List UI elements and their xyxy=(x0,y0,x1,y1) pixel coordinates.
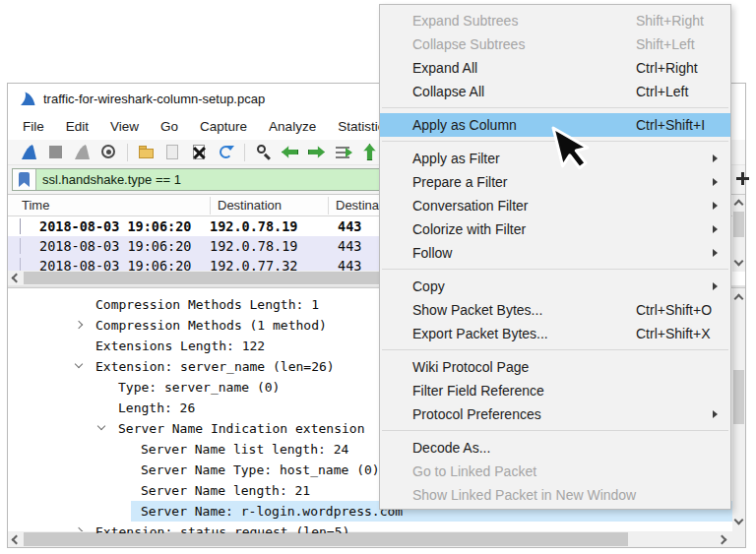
detail-vscrollbar[interactable] xyxy=(732,288,745,533)
menu-file[interactable]: File xyxy=(12,113,55,140)
scroll-left-icon[interactable] xyxy=(12,274,22,283)
scroll-up-icon[interactable] xyxy=(734,294,744,304)
capture-options-icon[interactable] xyxy=(99,143,118,161)
column-header-time[interactable]: Time xyxy=(22,195,49,216)
restart-capture-icon[interactable] xyxy=(73,143,92,161)
toolbar-separator xyxy=(244,144,245,161)
go-forward-icon[interactable] xyxy=(307,143,326,161)
reload-file-icon[interactable] xyxy=(217,143,235,161)
menu-item-copy[interactable]: Copy xyxy=(380,275,730,298)
screen: traffic-for-wireshark-column-setup.pcap … xyxy=(0,0,756,554)
menu-item-wiki-protocol-page[interactable]: Wiki Protocol Page xyxy=(380,355,730,379)
menu-item-expand-all[interactable]: Expand AllCtrl+Right xyxy=(380,56,730,80)
menu-item-export-packet-bytes[interactable]: Export Packet Bytes...Ctrl+Shift+X xyxy=(380,322,730,345)
tree-expanded-icon[interactable] xyxy=(75,360,83,368)
scroll-right-icon[interactable] xyxy=(718,535,727,545)
filter-bookmark-button[interactable] xyxy=(13,169,36,190)
menu-item-colorize-with-filter[interactable]: Colorize with Filter xyxy=(380,217,730,241)
column-header-destination[interactable]: Destination xyxy=(218,195,282,216)
cell-port: 443 xyxy=(338,218,361,234)
packet-list-vscrollbar[interactable] xyxy=(732,195,745,272)
submenu-arrow-icon xyxy=(713,154,718,162)
menu-item-show-packet-bytes[interactable]: Show Packet Bytes...Ctrl+Shift+O xyxy=(380,298,730,322)
scrollbar-thumb[interactable] xyxy=(733,212,744,237)
related-packet-mark xyxy=(20,238,21,254)
submenu-arrow-icon xyxy=(713,202,718,210)
submenu-arrow-icon xyxy=(713,225,718,233)
menu-item-show-linked-packet-new-window: Show Linked Packet in New Window xyxy=(380,483,730,507)
cell-time: 2018-08-03 19:06:20 xyxy=(39,218,191,234)
mouse-cursor xyxy=(539,126,598,191)
close-file-icon[interactable] xyxy=(190,143,209,161)
submenu-arrow-icon xyxy=(713,249,718,257)
cell-destination: 192.0.78.19 xyxy=(210,218,297,234)
related-packet-mark xyxy=(20,258,21,272)
open-file-icon[interactable] xyxy=(137,143,156,161)
stop-capture-icon[interactable] xyxy=(46,143,65,161)
menu-separator xyxy=(380,103,730,113)
scrollbar-thumb[interactable] xyxy=(733,370,744,424)
detail-hscrollbar[interactable] xyxy=(8,531,745,547)
menu-edit[interactable]: Edit xyxy=(55,113,99,140)
toolbar-separator xyxy=(127,144,128,161)
submenu-arrow-icon xyxy=(713,410,718,418)
scroll-left-icon[interactable] xyxy=(12,535,22,545)
go-to-packet-icon[interactable] xyxy=(334,143,352,161)
column-divider[interactable] xyxy=(328,197,329,215)
menu-item-go-to-linked-packet: Go to Linked Packet xyxy=(380,460,730,483)
tree-collapsed-icon[interactable] xyxy=(75,321,83,329)
menu-item-collapse-subtrees: Collapse SubtreesShift+Left xyxy=(380,32,730,56)
go-back-icon[interactable] xyxy=(281,143,299,161)
menu-item-protocol-preferences[interactable]: Protocol Preferences xyxy=(380,402,730,426)
scroll-up-icon[interactable] xyxy=(734,200,744,210)
wireshark-fin-icon xyxy=(20,92,35,106)
save-file-icon[interactable] xyxy=(163,143,182,161)
menu-separator xyxy=(380,345,730,355)
display-filter-value[interactable]: ssl.handshake.type == 1 xyxy=(36,169,181,190)
menu-capture[interactable]: Capture xyxy=(189,113,258,140)
context-menu: Expand SubtreesShift+Right Collapse Subt… xyxy=(379,4,731,510)
cell-port: 443 xyxy=(338,258,361,272)
cell-time: 2018-08-03 19:06:20 xyxy=(39,258,191,272)
cell-port: 443 xyxy=(338,238,361,254)
start-capture-icon[interactable] xyxy=(20,143,38,161)
window-title: traffic-for-wireshark-column-setup.pcap xyxy=(43,92,265,106)
menu-analyze[interactable]: Analyze xyxy=(258,113,327,140)
find-packet-icon[interactable] xyxy=(254,143,273,161)
menu-item-filter-field-reference[interactable]: Filter Field Reference xyxy=(380,379,730,402)
submenu-arrow-icon xyxy=(713,178,718,186)
submenu-arrow-icon xyxy=(713,282,718,290)
menu-item-decode-as[interactable]: Decode As... xyxy=(380,436,730,460)
scroll-down-icon[interactable] xyxy=(734,516,744,525)
add-filter-button[interactable] xyxy=(735,171,750,186)
menu-item-expand-subtrees: Expand SubtreesShift+Right xyxy=(380,9,730,32)
cell-destination: 192.0.78.19 xyxy=(210,238,297,254)
menu-item-conversation-filter[interactable]: Conversation Filter xyxy=(380,194,730,217)
scrollbar-thumb[interactable] xyxy=(24,532,628,546)
menu-separator xyxy=(380,265,730,275)
cell-time: 2018-08-03 19:06:20 xyxy=(39,238,191,254)
menu-view[interactable]: View xyxy=(99,113,150,140)
menu-item-collapse-all[interactable]: Collapse AllCtrl+Left xyxy=(380,80,730,103)
tree-expanded-icon[interactable] xyxy=(97,422,105,430)
scroll-down-icon[interactable] xyxy=(734,257,744,267)
column-divider[interactable] xyxy=(210,197,211,215)
related-packet-mark xyxy=(20,218,21,234)
bookmark-icon xyxy=(19,172,30,187)
menu-item-follow[interactable]: Follow xyxy=(380,241,730,265)
menu-separator xyxy=(380,426,730,436)
menu-go[interactable]: Go xyxy=(150,113,189,140)
go-up-icon[interactable] xyxy=(360,143,379,161)
cell-destination: 192.0.77.32 xyxy=(210,258,297,272)
